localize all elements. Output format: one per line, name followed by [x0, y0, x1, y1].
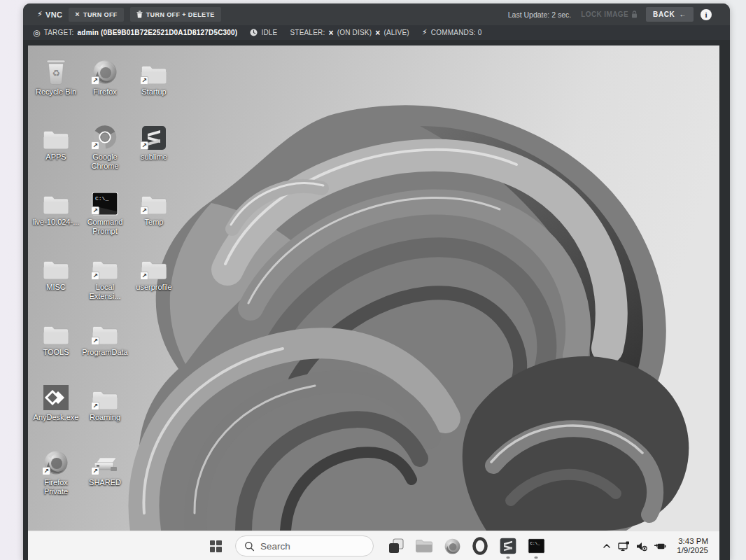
tray-volume-button[interactable] [636, 541, 647, 552]
tray-network-button[interactable] [618, 541, 630, 552]
commands-bolt-icon: ⚡ [422, 28, 428, 37]
alive-label: (ALIVE) [383, 29, 409, 36]
statusbar: ◎ TARGET: admin (0BE9B01B72E2521D0A1D812… [23, 25, 730, 40]
tray-chevron-button[interactable] [602, 542, 612, 550]
back-label: BACK [653, 10, 675, 18]
taskbar-firefox-button[interactable] [438, 531, 466, 560]
commands-segment: ⚡ COMMANDS: 0 [422, 28, 482, 37]
search-box[interactable] [235, 536, 374, 556]
shortcut-arrow-badge: ↗ [140, 76, 148, 85]
vnc-label: VNC [45, 10, 62, 19]
back-arrow-icon: ← [679, 10, 687, 18]
desktop-icon-google-chrome[interactable]: ↗ Google Chrome [80, 120, 129, 185]
lock-image-button[interactable]: LOCK IMAGE [581, 10, 638, 18]
anydesk-icon [43, 384, 69, 411]
ondisk-label: (ON DISK) [337, 29, 372, 36]
shortcut-arrow-badge: ↗ [140, 206, 148, 215]
shortcut-arrow-badge: ↗ [91, 467, 99, 475]
desktop-icon-recycle-bin[interactable]: ♻ Recycle Bin [31, 55, 80, 120]
desktop-icon-misc[interactable]: MISC [31, 250, 80, 315]
system-tray: 3:43 PM 1/9/2025 [602, 531, 708, 560]
folder-icon [42, 258, 70, 281]
desktop-icon-anydesk[interactable]: AnyDesk.exe [31, 380, 80, 445]
stealer-alive-x-icon: × [375, 29, 380, 36]
running-indicator [535, 556, 538, 559]
x-icon: × [75, 11, 80, 18]
windows-taskbar: C:\_ [28, 531, 719, 560]
task-view-icon [388, 538, 404, 554]
target-value: admin (0BE9B01B72E2521D0A1D8127D5C300) [78, 29, 238, 36]
empty-grid-cell [129, 445, 178, 510]
turn-off-button[interactable]: × TURN OFF [69, 8, 124, 22]
recycle-bin-icon: ♻ [44, 57, 68, 85]
folder-icon [42, 193, 70, 216]
desktop-icon-firefox-private[interactable]: ↗ Firefox Private [31, 445, 80, 510]
shortcut-arrow-badge: ↗ [140, 141, 148, 150]
desktop-icon-live-folder[interactable]: live-10.024-... [31, 185, 80, 250]
turn-off-delete-button[interactable]: TURN OFF + DELETE [130, 7, 221, 22]
target-segment: ◎ TARGET: admin (0BE9B01B72E2521D0A1D812… [33, 28, 237, 38]
tray-battery-button[interactable] [654, 542, 666, 551]
desktop-icon-command-prompt[interactable]: C:\_ ↗ Command Prompt [80, 185, 129, 250]
desktop-icon-shared[interactable]: ↗ SHARED [80, 445, 129, 510]
file-explorer-icon [415, 538, 433, 554]
desktop-icon-programdata[interactable]: ↗ ProgramData [80, 315, 129, 380]
empty-grid-cell [129, 315, 178, 380]
shortcut-arrow-badge: ↗ [91, 402, 99, 410]
taskbar-apps: C:\_ [382, 531, 550, 560]
vnc-title: ⚡ VNC [37, 10, 62, 19]
desktop-icon-roaming[interactable]: ↗ Roaming [80, 380, 129, 445]
shortcut-arrow-badge: ↗ [91, 141, 99, 150]
desktop-icon-startup[interactable]: ↗ Startup [129, 55, 178, 120]
battery-charging-icon [654, 542, 666, 551]
desktop-icon-local-extensions[interactable]: ↗ Local Extensi... [80, 250, 129, 315]
back-button[interactable]: BACK ← [646, 7, 694, 22]
trash-icon [136, 10, 143, 18]
folder-icon [42, 323, 70, 346]
svg-text:C:\_: C:\_ [95, 195, 108, 202]
search-input[interactable] [260, 541, 351, 552]
taskbar-task-view-button[interactable] [382, 531, 410, 560]
clock-icon [250, 29, 258, 36]
chevron-up-icon [602, 542, 612, 550]
firefox-icon [444, 538, 461, 555]
opera-icon [471, 536, 489, 556]
taskbar-opera-button[interactable] [466, 531, 494, 560]
start-button[interactable] [205, 536, 226, 556]
shortcut-arrow-badge: ↗ [91, 337, 99, 345]
taskbar-file-explorer-button[interactable] [410, 531, 438, 560]
taskbar-command-prompt-button[interactable]: C:\_ [522, 531, 550, 560]
desktop-icon-tools[interactable]: TOOLS [31, 315, 80, 380]
desktop-icon-apps[interactable]: APPS [31, 120, 80, 185]
bolt-icon: ⚡ [37, 10, 43, 19]
turn-off-label: TURN OFF [83, 11, 118, 18]
empty-grid-cell [129, 380, 178, 445]
shortcut-arrow-badge: ↗ [91, 76, 99, 85]
volume-muted-icon [636, 541, 647, 552]
network-icon [618, 541, 630, 552]
stealer-segment: STEALER: × (ON DISK) × (ALIVE) [290, 29, 409, 36]
folder-icon [42, 128, 70, 150]
turn-off-delete-label: TURN OFF + DELETE [146, 11, 215, 18]
idle-label: IDLE [261, 29, 277, 36]
shortcut-arrow-badge: ↗ [91, 206, 99, 215]
desktop-icon-userprofile[interactable]: ↗ userprofile [129, 250, 178, 315]
shortcut-arrow-badge: ↗ [140, 272, 148, 280]
clock-date: 1/9/2025 [677, 546, 708, 556]
stealer-ondisk-x-icon: × [328, 29, 333, 36]
svg-text:C:\_: C:\_ [530, 541, 540, 546]
last-update-text: Last Update: 2 sec. [508, 10, 571, 19]
desktop-icon-sublime[interactable]: ↗ sublime [129, 120, 178, 185]
desktop-icon-temp[interactable]: ↗ Temp [129, 185, 178, 250]
info-button[interactable]: i [701, 9, 712, 20]
search-icon [244, 541, 255, 552]
stealer-label: STEALER: [290, 29, 325, 36]
vnc-viewer-panel: ⚡ VNC × TURN OFF TURN OFF + DELETE Last … [23, 4, 730, 560]
clock-time: 3:43 PM [677, 537, 708, 547]
shortcut-arrow-badge: ↗ [42, 467, 50, 475]
taskbar-sublime-button[interactable] [494, 531, 522, 560]
taskbar-clock[interactable]: 3:43 PM 1/9/2025 [677, 537, 708, 556]
remote-desktop-screen[interactable]: ♻ Recycle Bin ↗ Firefox [28, 46, 719, 560]
shortcut-arrow-badge: ↗ [91, 272, 99, 280]
desktop-icon-firefox[interactable]: ↗ Firefox [80, 55, 129, 120]
